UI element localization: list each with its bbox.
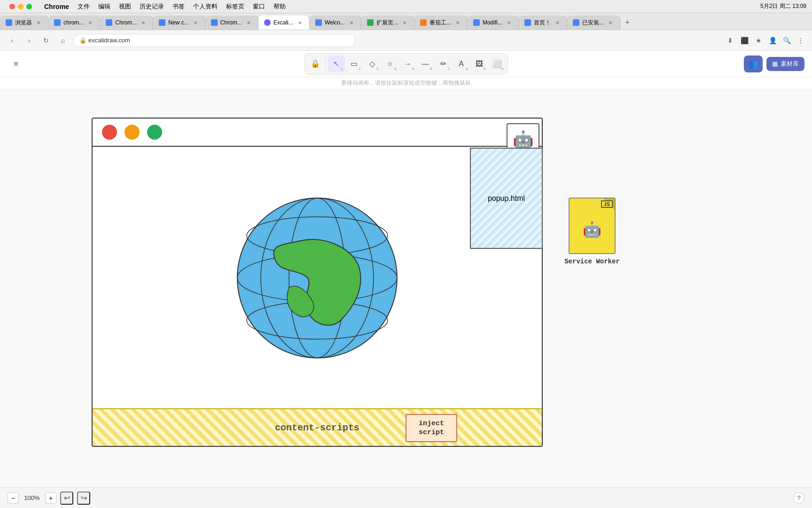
tool-sub-1: 1 — [341, 67, 343, 71]
tab-close-8[interactable]: ✕ — [454, 19, 461, 26]
menu-history[interactable]: 历史记录 — [140, 2, 164, 11]
undo-button[interactable]: ↩ — [60, 492, 73, 505]
tool-ellipse[interactable]: ○ 4 — [382, 56, 398, 72]
tool-line[interactable]: — 6 — [417, 56, 434, 72]
tab-label-2: Chrom... — [115, 19, 137, 26]
tab-6[interactable]: Welco... ✕ — [310, 16, 361, 30]
close-dot[interactable] — [9, 4, 15, 9]
tab-8[interactable]: 番茄工... ✕ — [414, 16, 468, 30]
tab-11[interactable]: 已安装... ✕ — [567, 16, 620, 30]
text-icon: A — [459, 60, 464, 68]
tab-2[interactable]: Chrom... ✕ — [100, 16, 153, 30]
tab-close-6[interactable]: ✕ — [348, 19, 355, 26]
tab-close-2[interactable]: ✕ — [140, 19, 147, 26]
tab-label-4: Chrom... — [220, 19, 242, 26]
tool-eraser[interactable]: ⬜ 0 — [489, 56, 506, 72]
menu-edit[interactable]: 编辑 — [98, 2, 110, 11]
menu-bookmarks[interactable]: 书签 — [172, 2, 185, 11]
tab-close-10[interactable]: ✕ — [554, 19, 561, 26]
excalidraw-toolbar: ≡ 🔒 ↖ 1 ▭ 2 ◇ 3 ○ 4 → — [0, 51, 812, 77]
tab-label-11: 已安装... — [582, 19, 604, 27]
tool-select[interactable]: ↖ 1 — [328, 56, 345, 72]
tab-10[interactable]: 首页！ ✕ — [519, 16, 567, 30]
zoom-in-button[interactable]: + — [45, 492, 56, 504]
tool-image[interactable]: 🖼 9 — [471, 56, 488, 72]
tool-group: 🔒 ↖ 1 ▭ 2 ◇ 3 ○ 4 → 5 — [304, 53, 508, 75]
tab-label-0: 浏览器 — [15, 19, 32, 27]
tab-label-8: 番茄工... — [429, 19, 451, 27]
search-icon[interactable]: 🔍 — [781, 35, 792, 46]
datetime: 5月2日 周二 13:09 — [760, 2, 806, 10]
tab-close-5[interactable]: ✕ — [296, 19, 304, 26]
sw-js-badge: JS — [601, 200, 613, 208]
zoom-out-button[interactable]: − — [8, 492, 19, 504]
canvas-hint: 要移动画布，请按住鼠标滚轮或空格键，再拖拽鼠标 — [0, 77, 812, 89]
profile-icon[interactable]: 👤 — [767, 35, 778, 46]
download-icon[interactable]: ⬇ — [725, 35, 736, 46]
tab-close-1[interactable]: ✕ — [86, 19, 94, 26]
extension-icon[interactable]: ⬛ — [739, 35, 750, 46]
forward-button[interactable]: › — [23, 34, 36, 47]
rectangle-icon: ▭ — [351, 59, 358, 68]
tab-favicon-4 — [211, 19, 218, 26]
pencil-icon: ✏ — [440, 59, 446, 68]
lock-icon: 🔒 — [79, 37, 86, 44]
tab-favicon-7 — [367, 19, 374, 26]
tab-0[interactable]: 浏览器 ✕ — [0, 16, 48, 30]
addressbar: ‹ › ↻ ⌂ 🔒 excalidraw.com ⬇ ⬛ ★ 👤 🔍 ⋮ — [0, 30, 812, 51]
new-tab-button[interactable]: + — [620, 16, 634, 30]
menu-help[interactable]: 帮助 — [273, 2, 286, 11]
line-icon: — — [422, 60, 429, 68]
browser-window: 浏览器 ✕ chrom... ✕ Chrom... ✕ New c... ✕ C… — [0, 13, 812, 508]
menu-tabs[interactable]: 标签页 — [226, 2, 244, 11]
menu-window[interactable]: 窗口 — [253, 2, 265, 11]
settings-icon[interactable]: ⋮ — [795, 35, 806, 46]
menu-view[interactable]: 视图 — [119, 2, 131, 11]
tool-sub-0: 0 — [501, 67, 503, 71]
tab-3[interactable]: New c... ✕ — [153, 16, 205, 30]
tab-label-5: Excali... — [273, 19, 293, 26]
tool-sub-4: 4 — [394, 67, 396, 71]
tool-arrow[interactable]: → 5 — [399, 56, 416, 72]
menu-file[interactable]: 文件 — [78, 2, 90, 11]
user-collaborators-button[interactable]: 👥 — [744, 56, 763, 72]
home-button[interactable]: ⌂ — [56, 34, 70, 47]
tab-favicon-1 — [54, 19, 61, 26]
tool-sub-7: 7 — [448, 67, 450, 71]
bookmark-icon[interactable]: ★ — [753, 35, 764, 46]
tool-diamond[interactable]: ◇ 3 — [364, 56, 381, 72]
service-worker: JS 🤖 Service Worker — [562, 198, 623, 280]
back-button[interactable]: ‹ — [6, 34, 19, 47]
tool-text[interactable]: A 8 — [453, 56, 470, 72]
tab-close-11[interactable]: ✕ — [607, 19, 614, 26]
canvas-area[interactable]: 🤖 popup.html — [0, 89, 812, 487]
tab-5-active[interactable]: Excali... ✕ — [258, 16, 310, 30]
tool-lock[interactable]: 🔒 — [307, 56, 324, 72]
tab-4[interactable]: Chrom... ✕ — [205, 16, 258, 30]
tab-7[interactable]: 扩展页... ✕ — [361, 16, 414, 30]
menu-profile[interactable]: 个人资料 — [193, 2, 218, 11]
hamburger-menu-button[interactable]: ≡ — [8, 56, 24, 72]
tool-rectangle[interactable]: ▭ 2 — [346, 56, 363, 72]
materials-button[interactable]: ▦ 素材库 — [766, 57, 804, 71]
tab-close-3[interactable]: ✕ — [192, 19, 199, 26]
content-scripts-label: content-scripts — [275, 422, 359, 433]
tab-close-7[interactable]: ✕ — [401, 19, 408, 26]
reload-button[interactable]: ↻ — [39, 34, 53, 47]
tab-9[interactable]: Modifi... ✕ — [468, 16, 519, 30]
inject-script-label: injectscript — [419, 419, 444, 437]
tab-close-0[interactable]: ✕ — [35, 19, 42, 26]
tab-1[interactable]: chrom... ✕ — [48, 16, 100, 30]
toolbar-left: ≡ — [8, 56, 24, 72]
content-scripts-strip: content-scripts injectscript — [93, 408, 542, 446]
redo-button[interactable]: ↪ — [77, 492, 90, 505]
fullscreen-dot[interactable] — [26, 4, 32, 9]
minimize-dot[interactable] — [18, 4, 23, 9]
help-button[interactable]: ? — [793, 492, 804, 504]
tab-close-9[interactable]: ✕ — [505, 19, 513, 26]
app-name: Chrome — [44, 3, 69, 10]
tab-close-4[interactable]: ✕ — [245, 19, 252, 26]
address-box[interactable]: 🔒 excalidraw.com — [73, 34, 355, 47]
tool-pencil[interactable]: ✏ 7 — [435, 56, 452, 72]
tab-label-7: 扩展页... — [376, 19, 398, 27]
